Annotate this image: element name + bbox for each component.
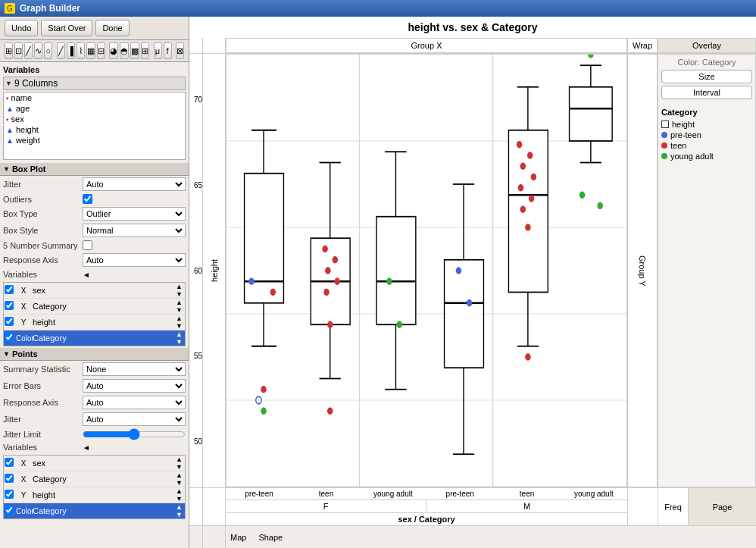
pts-var-check-sex[interactable] — [5, 458, 14, 467]
response-axis-select-pts[interactable]: Auto — [83, 396, 186, 409]
error-bars-select[interactable]: Auto — [83, 379, 186, 393]
legend-preteen: pre-teen — [661, 130, 752, 139]
box-var-check-height[interactable] — [5, 317, 14, 326]
columns-label: 9 Columns — [14, 78, 58, 89]
box-type-select[interactable]: Outlier — [83, 207, 186, 221]
continuous-icon-age: ▲ — [6, 105, 14, 113]
var-item-age[interactable]: ▲ age — [4, 103, 185, 114]
wrap-label: Wrap — [627, 38, 658, 53]
x-label-preteen-f: pre-teen — [226, 488, 292, 499]
box-var-row-height: Y height ▲▼ — [4, 315, 185, 330]
pts-var-row-sex: X sex ▲▼ — [4, 456, 185, 471]
start-over-button[interactable]: Start Over — [41, 20, 92, 36]
x-category-labels: pre-teen teen young adult pre-teen teen … — [226, 488, 627, 499]
var-item-name[interactable]: ▪ name — [4, 92, 185, 103]
box-style-row: Box Style Normal — [0, 222, 189, 239]
stats1-tool[interactable]: μ — [154, 42, 162, 59]
legend-dot-red-icon — [661, 142, 667, 149]
stats2-tool[interactable]: f — [164, 42, 172, 59]
x-label-teen-f: teen — [292, 488, 359, 499]
outliers-row: Outliers — [0, 193, 189, 205]
overlay-tab[interactable]: Overlay — [658, 38, 756, 53]
svg-point-19 — [261, 408, 267, 415]
bottom-right-panel: Freq Page — [658, 488, 756, 525]
pts-var-check-category[interactable] — [5, 474, 14, 483]
smoother-tool[interactable]: ∿ — [34, 42, 42, 59]
map-left-pad2 — [203, 526, 226, 548]
pts-var-check-height[interactable] — [5, 490, 14, 499]
heatmap-tool[interactable]: ▦ — [86, 42, 95, 59]
jitter-pts-label: Jitter — [3, 415, 83, 424]
columns-header[interactable]: ▼ 9 Columns — [3, 77, 186, 90]
x-axis-labels-container: pre-teen teen young adult pre-teen teen … — [226, 488, 627, 525]
box-var-check-sex[interactable] — [5, 285, 14, 294]
undo-button[interactable]: Undo — [5, 20, 38, 36]
five-number-label: 5 Number Summary — [3, 241, 83, 250]
network-tool[interactable]: ⊞ — [141, 42, 149, 59]
box-var-row-category: X Category ▲▼ — [4, 299, 185, 315]
response-axis-select-box[interactable]: Auto — [83, 253, 186, 267]
circle-tool[interactable]: ○ — [44, 42, 52, 59]
box-type-row: Box Type Outlier — [0, 205, 189, 222]
size-button[interactable]: Size — [661, 70, 752, 83]
y-tick-labels: 50 55 60 65 70 — [189, 54, 203, 487]
scatter-tool[interactable]: ⊞ — [5, 42, 13, 59]
svg-rect-41 — [445, 260, 484, 368]
variables-label-pts-row: Variables ◄ — [0, 441, 189, 453]
treemap-tool[interactable]: ▩ — [130, 42, 139, 59]
var-item-height[interactable]: ▲ height — [4, 124, 185, 135]
svg-point-62 — [525, 224, 531, 231]
box-var-check-color[interactable] — [5, 333, 14, 342]
contour-tool[interactable]: ⊟ — [97, 42, 105, 59]
pts-var-row-color-category[interactable]: Color Category ▲▼ — [4, 503, 185, 518]
pie-tool[interactable]: ◕ — [109, 42, 118, 59]
plot-area[interactable] — [226, 54, 627, 487]
done-button[interactable]: Done — [95, 20, 129, 36]
sort-icon-pts: ◄ — [83, 443, 90, 452]
x-group-labels: F M — [226, 499, 627, 512]
bar-tool[interactable]: ▐ — [67, 42, 75, 59]
jitter-pts-select[interactable]: Auto — [83, 412, 186, 426]
svg-point-55 — [517, 141, 523, 149]
line2-tool[interactable]: ╱ — [57, 42, 65, 59]
summary-stat-select[interactable]: None — [83, 362, 186, 376]
jitter-limit-slider[interactable] — [83, 429, 186, 440]
svg-point-29 — [334, 278, 340, 286]
nominal-icon: ▪ — [6, 94, 9, 102]
points-arrow: ▼ — [3, 350, 10, 358]
area-tool[interactable]: ⌇ — [77, 42, 85, 59]
page-label[interactable]: Page — [689, 488, 756, 525]
main-plot-row: 50 55 60 65 70 height — [189, 54, 756, 487]
pts-var-check-color[interactable] — [5, 506, 14, 515]
x-group-m: M — [426, 500, 627, 512]
var-item-weight[interactable]: ▲ weight — [4, 135, 185, 146]
box-var-check-category[interactable] — [5, 301, 14, 310]
svg-point-39 — [386, 278, 392, 286]
map-tool[interactable]: ◓ — [120, 42, 129, 59]
legend-dot-blue-icon — [661, 132, 667, 138]
box-plot-section-header[interactable]: ▼ Box Plot — [0, 163, 189, 176]
pts-var-table: X sex ▲▼ X Category ▲▼ Y height ▲▼ Color… — [3, 455, 186, 519]
svg-point-27 — [333, 256, 339, 264]
svg-point-18 — [261, 386, 267, 393]
five-number-checkbox[interactable] — [83, 240, 92, 250]
line-tool[interactable]: ╱ — [24, 42, 33, 59]
box-var-row-color-category[interactable]: Color Category ▲▼ — [4, 330, 185, 346]
map-shape-row: Map Shape — [189, 525, 756, 548]
var-item-sex[interactable]: ▪ sex — [4, 114, 185, 124]
jitter-select[interactable]: Auto — [83, 177, 186, 191]
box-style-select[interactable]: Normal — [83, 224, 186, 237]
outliers-checkbox[interactable] — [83, 194, 92, 204]
interval-button[interactable]: Interval — [661, 86, 752, 99]
map2-tool[interactable]: ⊠ — [176, 42, 184, 59]
response-axis-row-box: Response Axis Auto — [0, 252, 189, 268]
error-bars-row: Error Bars Auto — [0, 377, 189, 394]
points-section-header[interactable]: ▼ Points — [0, 348, 189, 361]
y-label-spacer — [203, 38, 226, 53]
bubble-tool[interactable]: ⊡ — [14, 42, 23, 59]
x-label-preteen-m: pre-teen — [426, 488, 493, 499]
top-header-row: Group X Wrap Overlay — [189, 38, 756, 54]
x-axis-wrap-pad — [627, 488, 658, 525]
svg-point-60 — [529, 195, 535, 202]
summary-stat-row: Summary Statistic None — [0, 361, 189, 377]
